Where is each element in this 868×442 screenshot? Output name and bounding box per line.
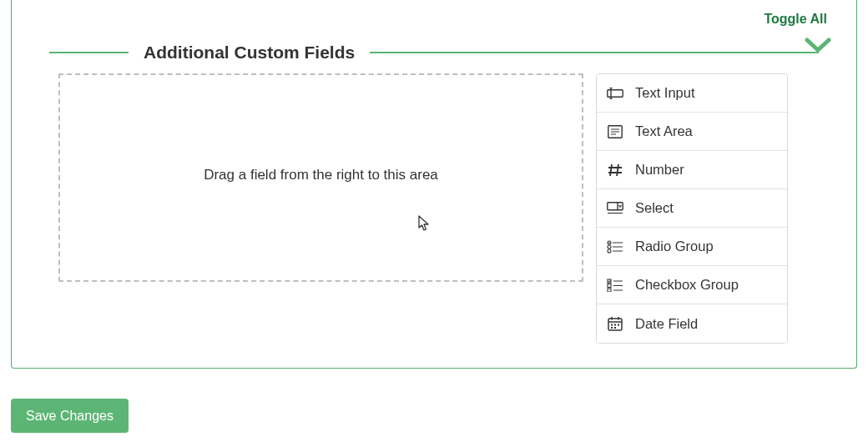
drop-zone[interactable]: Drag a field from the right to this area xyxy=(58,73,583,282)
svg-rect-35 xyxy=(611,327,613,329)
svg-rect-32 xyxy=(611,324,613,326)
custom-fields-card: Toggle All Additional Custom Fields Drag… xyxy=(11,0,857,369)
field-item-checkbox-group[interactable]: Checkbox Group xyxy=(597,266,787,304)
svg-point-20 xyxy=(608,249,611,253)
field-item-text-input[interactable]: Text Input xyxy=(597,74,787,113)
field-item-select[interactable]: Select xyxy=(597,189,787,228)
number-icon xyxy=(607,163,623,178)
field-item-label: Date Field xyxy=(635,316,698,332)
checkbox-group-icon xyxy=(607,279,623,292)
save-changes-button[interactable]: Save Changes xyxy=(11,399,129,433)
svg-point-18 xyxy=(608,245,611,249)
toggle-all-link[interactable]: Toggle All xyxy=(764,12,827,27)
svg-point-16 xyxy=(608,242,610,244)
select-icon xyxy=(607,202,623,215)
section-legend: Additional Custom Fields xyxy=(49,43,819,63)
field-item-date-field[interactable]: Date Field xyxy=(597,304,787,343)
radio-group-icon xyxy=(607,240,623,254)
svg-rect-36 xyxy=(614,327,616,329)
svg-line-9 xyxy=(617,164,618,176)
legend-line-left xyxy=(49,52,129,53)
field-builder: Drag a field from the right to this area… xyxy=(58,73,788,344)
text-input-icon xyxy=(607,88,623,99)
drop-zone-text: Drag a field from the right to this area xyxy=(204,167,438,183)
svg-rect-24 xyxy=(608,284,611,287)
svg-rect-33 xyxy=(614,324,616,326)
svg-line-8 xyxy=(610,164,612,176)
section-title: Additional Custom Fields xyxy=(129,43,370,63)
field-item-label: Text Input xyxy=(635,85,695,101)
field-item-label: Number xyxy=(635,162,684,178)
legend-line-right xyxy=(370,52,819,53)
svg-rect-26 xyxy=(608,289,611,292)
field-item-text-area[interactable]: Text Area xyxy=(597,113,787,151)
date-field-icon xyxy=(607,316,623,331)
svg-rect-34 xyxy=(618,324,619,326)
field-item-label: Checkbox Group xyxy=(635,277,739,293)
field-palette: Text Input Text Area xyxy=(596,73,788,344)
field-item-label: Text Area xyxy=(635,123,693,139)
field-item-label: Radio Group xyxy=(635,239,714,254)
svg-rect-0 xyxy=(608,89,623,96)
field-item-radio-group[interactable]: Radio Group xyxy=(597,228,787,266)
field-item-number[interactable]: Number xyxy=(597,151,787,189)
text-area-icon xyxy=(607,125,623,138)
field-item-label: Select xyxy=(635,200,674,216)
